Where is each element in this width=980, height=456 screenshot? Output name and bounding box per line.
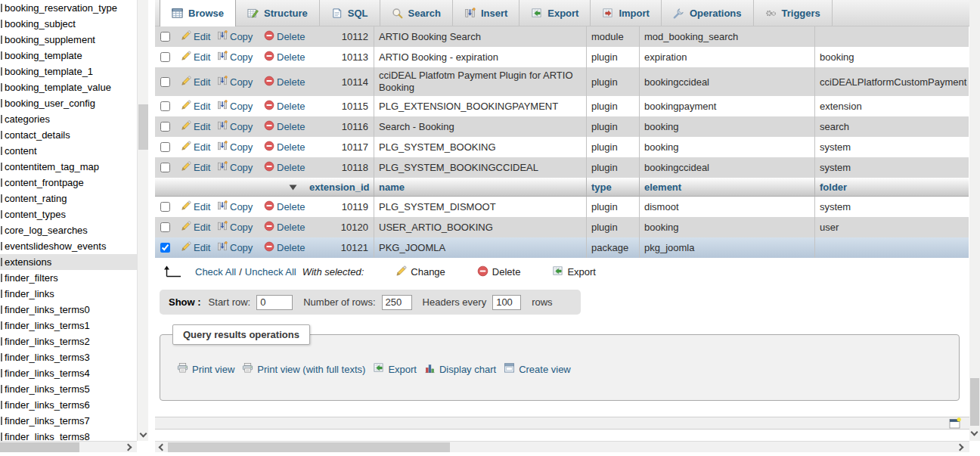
row-copy-action[interactable]: Copy (216, 96, 258, 116)
edit-link[interactable]: Edit (194, 141, 210, 153)
row-delete-action[interactable]: Delete (258, 197, 305, 217)
row-checkbox[interactable] (160, 163, 170, 172)
row-copy-action[interactable]: Copy (216, 237, 258, 258)
sidebar-table-item[interactable]: categories (0, 111, 137, 127)
row-edit-action[interactable]: Edit (175, 137, 216, 157)
sidebar-hscroll-thumb[interactable] (0, 442, 79, 452)
row-checkbox[interactable] (160, 222, 170, 232)
sidebar-table-item[interactable]: content_types (0, 206, 137, 222)
open-new-window-icon[interactable] (949, 417, 961, 431)
tab-browse[interactable]: Browse (160, 0, 236, 26)
sidebar-table-item[interactable]: finder_links_terms4 (0, 365, 137, 381)
row-copy-action[interactable]: Copy (216, 197, 258, 217)
edit-link[interactable]: Edit (194, 101, 210, 112)
row-copy-action[interactable]: Copy (216, 217, 258, 237)
sidebar-table-item[interactable]: extensions (0, 254, 137, 270)
with-selected-delete[interactable]: Delete (477, 265, 521, 279)
delete-link[interactable]: Delete (277, 242, 305, 253)
delete-link[interactable]: Delete (277, 162, 305, 173)
edit-link[interactable]: Edit (194, 242, 210, 253)
main-hscroll-thumb[interactable] (168, 442, 450, 452)
edit-link[interactable]: Edit (194, 162, 210, 173)
with-selected-export[interactable]: Export (552, 265, 596, 279)
row-edit-action[interactable]: Edit (175, 26, 216, 47)
sidebar-table-item[interactable]: contentitem_tag_map (0, 159, 137, 175)
sidebar-table-item[interactable]: content_frontpage (0, 175, 137, 191)
row-edit-action[interactable]: Edit (175, 157, 216, 178)
sidebar-table-item[interactable]: booking_template_value (0, 79, 137, 95)
sidebar-table-item[interactable]: finder_links_terms7 (0, 413, 137, 429)
copy-link[interactable]: Copy (230, 141, 253, 153)
tab-import[interactable]: Import (591, 0, 661, 26)
uncheck-all-link[interactable]: Uncheck All (245, 266, 296, 278)
copy-link[interactable]: Copy (230, 222, 253, 233)
row-copy-action[interactable]: Copy (216, 26, 258, 47)
row-edit-action[interactable]: Edit (175, 96, 216, 116)
row-checkbox[interactable] (160, 122, 170, 132)
row-checkbox[interactable] (160, 142, 170, 152)
sidebar-table-item[interactable]: finder_links_terms1 (0, 318, 137, 333)
delete-link[interactable]: Delete (277, 76, 305, 88)
sidebar-table-item[interactable]: finder_filters (0, 270, 137, 286)
row-copy-action[interactable]: Copy (216, 67, 258, 96)
main-scroll-down-icon[interactable] (971, 429, 978, 436)
col-header-element[interactable]: element (639, 178, 814, 196)
row-checkbox[interactable] (160, 52, 170, 62)
delete-link[interactable]: Delete (277, 101, 305, 112)
row-delete-action[interactable]: Delete (258, 217, 305, 237)
row-delete-action[interactable]: Delete (258, 237, 305, 258)
sidebar-table-item[interactable]: contact_details (0, 127, 137, 143)
copy-link[interactable]: Copy (230, 201, 253, 212)
print-view-full-link[interactable]: Print view (with full texts) (242, 362, 365, 376)
copy-link[interactable]: Copy (230, 242, 253, 253)
sidebar-scroll-right-icon[interactable] (125, 444, 132, 451)
tab-export[interactable]: Export (519, 0, 591, 26)
row-checkbox[interactable] (160, 101, 170, 111)
sidebar-table-item[interactable]: content_rating (0, 191, 137, 206)
edit-link[interactable]: Edit (194, 222, 210, 233)
row-checkbox[interactable] (160, 77, 170, 87)
sidebar-table-item[interactable]: booking_supplement (0, 32, 137, 48)
sidebar-table-item[interactable]: finder_links_terms5 (0, 381, 137, 397)
sidebar-table-item[interactable]: finder_links (0, 286, 137, 302)
main-vscroll-thumb[interactable] (970, 378, 979, 426)
check-all-link[interactable]: Check All (195, 266, 236, 278)
tab-search[interactable]: Search (380, 0, 453, 26)
sidebar-table-item[interactable]: finder_links_terms2 (0, 333, 137, 349)
copy-link[interactable]: Copy (230, 76, 253, 88)
num-rows-input[interactable] (382, 295, 412, 310)
row-edit-action[interactable]: Edit (175, 67, 216, 96)
row-delete-action[interactable]: Delete (258, 157, 305, 178)
row-edit-action[interactable]: Edit (175, 116, 216, 137)
edit-link[interactable]: Edit (194, 121, 210, 132)
sidebar-scroll-down-icon[interactable] (140, 430, 147, 438)
start-row-input[interactable] (256, 295, 293, 310)
create-view-link[interactable]: Create view (504, 362, 571, 376)
copy-link[interactable]: Copy (230, 121, 253, 132)
row-delete-action[interactable]: Delete (258, 47, 305, 67)
row-edit-action[interactable]: Edit (175, 197, 216, 217)
row-delete-action[interactable]: Delete (258, 137, 305, 157)
sidebar-table-item[interactable]: finder_links_terms6 (0, 397, 137, 413)
main-scroll-left-icon[interactable] (159, 444, 166, 451)
row-copy-action[interactable]: Copy (216, 116, 258, 137)
tab-sql[interactable]: SQL (320, 0, 380, 26)
row-copy-action[interactable]: Copy (216, 47, 258, 67)
tab-operations[interactable]: Operations (662, 0, 754, 26)
print-view-link[interactable]: Print view (177, 362, 234, 376)
tab-structure[interactable]: Structure (236, 0, 320, 26)
row-edit-action[interactable]: Edit (175, 47, 216, 67)
copy-link[interactable]: Copy (230, 162, 253, 173)
col-header-extension-id[interactable]: extension_id (305, 181, 374, 193)
delete-link[interactable]: Delete (277, 222, 305, 233)
edit-link[interactable]: Edit (194, 201, 210, 212)
row-edit-action[interactable]: Edit (175, 217, 216, 237)
row-delete-action[interactable]: Delete (258, 26, 305, 47)
col-header-folder[interactable]: folder (814, 178, 969, 196)
sidebar-table-item[interactable]: booking_template (0, 48, 137, 64)
sidebar-table-item[interactable]: booking_user_config (0, 95, 137, 111)
sidebar-table-item[interactable]: finder_links_terms8 (0, 429, 137, 441)
row-checkbox[interactable] (160, 32, 170, 42)
sidebar-table-item[interactable]: core_log_searches (0, 222, 137, 238)
main-scroll-right-icon[interactable] (957, 444, 964, 451)
